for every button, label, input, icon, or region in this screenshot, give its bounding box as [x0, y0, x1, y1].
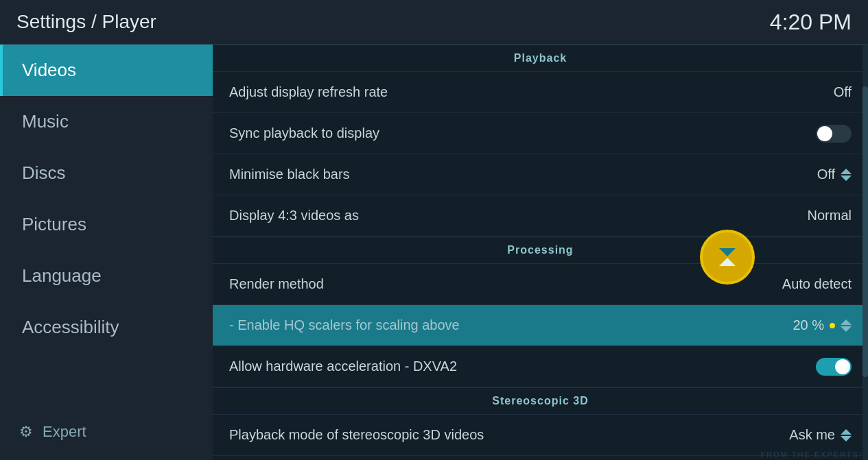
sidebar-item-pictures[interactable]: Pictures [0, 199, 213, 250]
setting-value: Auto detect [782, 276, 852, 292]
page-title: Settings / Player [16, 11, 156, 33]
setting-label: Sync playback to display [229, 125, 379, 141]
sidebar-nav: Videos Music Discs Pictures Language Acc… [0, 45, 213, 353]
toggle-hw-acceleration[interactable] [816, 358, 852, 376]
watermark: FROM THE EXPERTS! [760, 450, 863, 459]
sidebar-item-discs[interactable]: Discs [0, 147, 213, 199]
header: Settings / Player 4:20 PM [0, 0, 868, 45]
circle-btn-inner [719, 248, 736, 266]
sidebar: Videos Music Discs Pictures Language Acc… [0, 45, 213, 460]
circle-chevron-down-icon [719, 248, 736, 256]
scrollbar-thumb[interactable] [863, 86, 868, 377]
chevrons-hq-scalers[interactable] [841, 319, 852, 332]
chevron-up-icon [841, 429, 852, 435]
toggle-sync-playback[interactable] [816, 125, 852, 143]
circle-chevron-up-icon [719, 258, 736, 266]
chevron-down-icon [841, 436, 852, 441]
sidebar-item-videos[interactable]: Videos [0, 45, 213, 96]
sidebar-item-language[interactable]: Language [0, 250, 213, 302]
setting-value [816, 358, 852, 376]
setting-label: Minimise black bars [229, 167, 350, 182]
setting-label: Allow hardware acceleration - DXVA2 [229, 359, 457, 374]
toggle-knob [817, 126, 832, 141]
sidebar-item-accessibility[interactable]: Accessibility [0, 302, 213, 353]
setting-label: Playback mode of stereoscopic 3D videos [229, 427, 484, 443]
setting-label: - Enable HQ scalers for scaling above [229, 317, 460, 333]
setting-value [816, 125, 852, 143]
setting-stereoscopic-mode[interactable]: Playback mode of stereoscopic 3D videos … [213, 415, 868, 456]
chevron-down-icon [841, 326, 852, 332]
chevron-down-icon [841, 175, 852, 181]
settings-content: Playback Adjust display refresh rate Off… [213, 45, 868, 460]
setting-value: 20 % [793, 317, 852, 333]
setting-value: Off [817, 167, 852, 182]
setting-sync-playback[interactable]: Sync playback to display [213, 113, 868, 154]
chevron-up-icon [841, 169, 852, 174]
setting-value: Ask me [789, 427, 852, 443]
setting-value: Off [834, 84, 852, 100]
setting-minimise-black-bars[interactable]: Minimise black bars Off [213, 154, 868, 195]
setting-label: Render method [229, 276, 324, 292]
gear-icon: ⚙ [19, 423, 33, 441]
main-layout: Videos Music Discs Pictures Language Acc… [0, 45, 868, 460]
toggle-knob [835, 359, 850, 374]
setting-display-43[interactable]: Display 4:3 videos as Normal [213, 195, 868, 237]
expert-button[interactable]: ⚙ Expert [0, 411, 213, 453]
chevron-up-icon [841, 319, 852, 325]
setting-label: Adjust display refresh rate [229, 84, 388, 100]
section-processing-header: Processing [213, 237, 868, 264]
clock: 4:20 PM [770, 10, 852, 35]
setting-adjust-display-refresh-rate[interactable]: Adjust display refresh rate Off [213, 72, 868, 113]
circle-nav-button[interactable] [700, 230, 755, 285]
scrollbar-track [863, 45, 868, 460]
dot-indicator [830, 323, 835, 328]
setting-value: Normal [808, 208, 852, 223]
sidebar-item-music[interactable]: Music [0, 96, 213, 147]
section-playback-header: Playback [213, 45, 868, 72]
chevrons-stereoscopic-mode[interactable] [841, 429, 852, 441]
setting-label: Display 4:3 videos as [229, 208, 359, 223]
chevrons-minimise-black-bars[interactable] [841, 169, 852, 181]
setting-render-method[interactable]: Render method Auto detect [213, 264, 868, 305]
section-stereoscopic-header: Stereoscopic 3D [213, 387, 868, 415]
setting-hw-acceleration[interactable]: Allow hardware acceleration - DXVA2 [213, 346, 868, 387]
setting-hq-scalers[interactable]: - Enable HQ scalers for scaling above 20… [213, 305, 868, 346]
